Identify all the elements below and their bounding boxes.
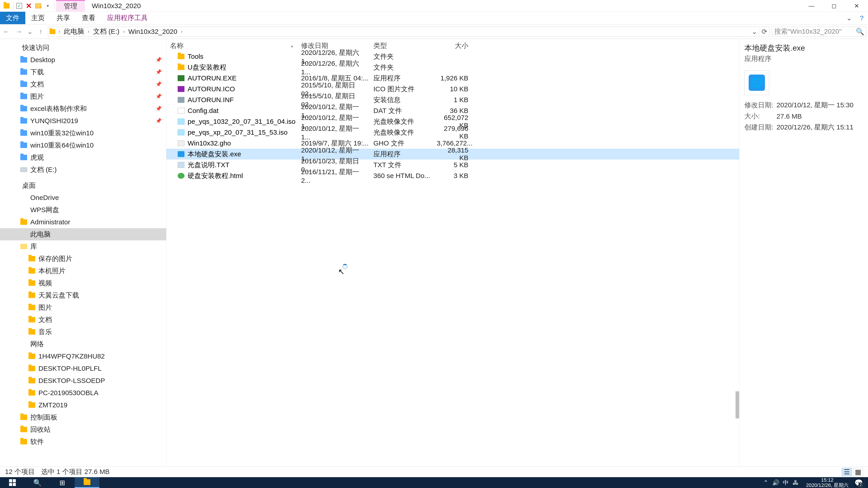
tray-network-icon[interactable]: 🖧	[791, 479, 801, 486]
qat-delete[interactable]: ✕	[24, 2, 33, 10]
address-bar: ← → ⌄ ↑ › 此电脑 › 文档 (E:) › Win10x32_2020 …	[0, 24, 868, 39]
tree-node[interactable]: 图片📌	[0, 90, 166, 103]
address-dropdown-icon[interactable]: ⌄	[749, 27, 759, 36]
explorer-icon[interactable]	[2, 2, 11, 10]
file-row[interactable]: AUTORUN.EXE2016/1/8, 星期五 04:...应用程序1,926…	[166, 73, 739, 84]
tree-node[interactable]: win10重装32位win10	[0, 127, 166, 139]
taskbar-taskview[interactable]: ⊞	[50, 477, 74, 488]
tree-node[interactable]: win10重装64位win10	[0, 139, 166, 151]
tree-node[interactable]: 网络	[0, 338, 166, 350]
breadcrumb-seg-pc[interactable]: 此电脑	[61, 27, 86, 36]
breadcrumb-seg-folder[interactable]: Win10x32_2020	[126, 28, 180, 35]
file-type: 文件夹	[370, 63, 433, 72]
tab-app-tools[interactable]: 应用程序工具	[101, 12, 154, 24]
chevron-right-icon[interactable]: ›	[122, 29, 126, 35]
scrollbar-thumb[interactable]	[736, 391, 739, 418]
tree-node[interactable]: 保存的图片	[0, 253, 166, 265]
tree-node[interactable]: 回收站	[0, 423, 166, 435]
col-name[interactable]: 名称▴	[166, 41, 298, 51]
tab-view[interactable]: 查看	[76, 12, 101, 24]
qat-customize[interactable]: ▾	[43, 2, 52, 10]
refresh-icon[interactable]: ⟳	[759, 27, 769, 36]
file-row[interactable]: pe_yqs_xp_20_07_31_15_53.iso2020/10/12, …	[166, 127, 739, 138]
view-large-icons-button[interactable]: ▦	[853, 468, 863, 476]
tree-node[interactable]: 库	[0, 240, 166, 253]
nav-back[interactable]: ←	[0, 24, 13, 39]
ribbon-context-tab-manage[interactable]: 管理	[56, 0, 85, 11]
tree-node[interactable]: WPS网盘	[0, 204, 166, 216]
tree-node[interactable]: 软件	[0, 435, 166, 448]
tree-node[interactable]: OneDrive	[0, 192, 166, 204]
file-row[interactable]: 光盘说明.TXT2016/10/23, 星期日 0...TXT 文件5 KB	[166, 160, 739, 170]
taskbar-clock[interactable]: 15:12 2020/12/26, 星期六	[802, 477, 852, 488]
tree-node[interactable]: 文档 (E:)	[0, 164, 166, 176]
nav-up[interactable]: ↑	[34, 24, 47, 39]
tree-node[interactable]: 虎观	[0, 151, 166, 164]
tree-node[interactable]: 图片	[0, 301, 166, 314]
file-row[interactable]: U盘安装教程2020/12/26, 星期六 1...文件夹	[166, 62, 739, 73]
tree-node[interactable]: DESKTOP-LSSOEDP	[0, 375, 166, 387]
file-list[interactable]: 名称▴ 修改日期 类型 大小 Tools2020/12/26, 星期六 1...…	[166, 39, 739, 466]
file-row[interactable]: 硬盘安装教程.html2016/11/21, 星期一 2...360 se HT…	[166, 170, 739, 181]
tree-node[interactable]: Administrator	[0, 216, 166, 228]
file-row[interactable]: 本地硬盘安装.exe2020/10/12, 星期一 1...应用程序28,315…	[166, 149, 739, 160]
col-type[interactable]: 类型	[370, 41, 433, 51]
view-details-button[interactable]: ☰	[842, 468, 852, 476]
chevron-right-icon[interactable]: ›	[180, 29, 184, 35]
tree-node[interactable]: 下载📌	[0, 66, 166, 78]
file-row[interactable]: AUTORUN.INF2015/5/10, 星期日 02...安装信息1 KB	[166, 94, 739, 105]
ribbon-expand-icon[interactable]: ⌄	[843, 12, 855, 24]
chevron-right-icon[interactable]: ›	[57, 29, 61, 35]
tray-volume-icon[interactable]: 🔊	[771, 479, 781, 486]
nav-tree[interactable]: 快速访问Desktop📌下载📌文档📌图片📌excel表格制作求和📌YUNQISH…	[0, 39, 166, 466]
tree-node[interactable]: 桌面	[0, 180, 166, 192]
tree-node[interactable]: 文档📌	[0, 78, 166, 90]
search-icon[interactable]: 🔍	[856, 28, 864, 35]
tree-node[interactable]: YUNQISHI2019📌	[0, 115, 166, 127]
tree-node[interactable]: PC-20190530OBLA	[0, 387, 166, 399]
tree-node[interactable]: excel表格制作求和📌	[0, 103, 166, 115]
file-row[interactable]: Tools2020/12/26, 星期六 1...文件夹	[166, 51, 739, 62]
nav-forward[interactable]: →	[13, 24, 25, 39]
cloud-icon	[20, 207, 27, 213]
tree-node[interactable]: ZMT2019	[0, 399, 166, 411]
show-desktop[interactable]	[865, 477, 868, 488]
breadcrumb-seg-drive[interactable]: 文档 (E:)	[91, 27, 122, 36]
start-button[interactable]	[0, 477, 25, 488]
tree-node[interactable]: 音乐	[0, 326, 166, 338]
tree-node[interactable]: 快速访问	[0, 41, 166, 54]
fold-icon	[29, 281, 35, 286]
nav-recent[interactable]: ⌄	[25, 24, 34, 39]
taskbar-explorer[interactable]	[74, 477, 99, 488]
tree-node[interactable]: DESKTOP-HL0PLFL	[0, 362, 166, 375]
qat-sep	[13, 2, 13, 9]
tree-node[interactable]: 此电脑	[0, 228, 166, 240]
tray-overflow-icon[interactable]: ⌃	[761, 479, 771, 486]
fold-icon	[29, 317, 35, 322]
tray-ime[interactable]: 中	[781, 479, 791, 487]
tab-share[interactable]: 共享	[51, 12, 76, 24]
file-type: 光盘映像文件	[370, 117, 433, 126]
tree-node[interactable]: 文档	[0, 314, 166, 326]
chevron-right-icon[interactable]: ›	[86, 29, 91, 35]
help-icon[interactable]: ?	[855, 12, 868, 24]
qat-new-folder[interactable]	[34, 2, 42, 10]
file-row[interactable]: AUTORUN.ICO2015/5/10, 星期日 02...ICO 图片文件1…	[166, 84, 739, 94]
action-center-icon[interactable]: 💬2	[852, 477, 865, 488]
tree-node[interactable]: 控制面板	[0, 411, 166, 423]
maximize-button[interactable]: ◻	[823, 0, 845, 12]
tree-node[interactable]: Desktop📌	[0, 54, 166, 66]
search-input[interactable]: 搜索"Win10x32_2020" 🔍	[772, 27, 867, 37]
taskbar-search[interactable]: 🔍	[25, 477, 50, 488]
tree-node[interactable]: 本机照片	[0, 265, 166, 277]
tab-file[interactable]: 文件	[0, 12, 25, 24]
tab-home[interactable]: 主页	[25, 12, 51, 24]
qat-properties[interactable]: ✓	[15, 2, 24, 10]
minimize-button[interactable]: —	[800, 0, 823, 12]
breadcrumb[interactable]: › 此电脑 › 文档 (E:) › Win10x32_2020 › ⌄ ⟳	[48, 27, 770, 37]
tree-node[interactable]: 视频	[0, 277, 166, 289]
col-size[interactable]: 大小	[433, 41, 474, 51]
tree-node[interactable]: 1H4WPFQ7KZ8HU82	[0, 350, 166, 362]
tree-node[interactable]: 天翼云盘下载	[0, 289, 166, 301]
close-button[interactable]: ✕	[845, 0, 868, 12]
